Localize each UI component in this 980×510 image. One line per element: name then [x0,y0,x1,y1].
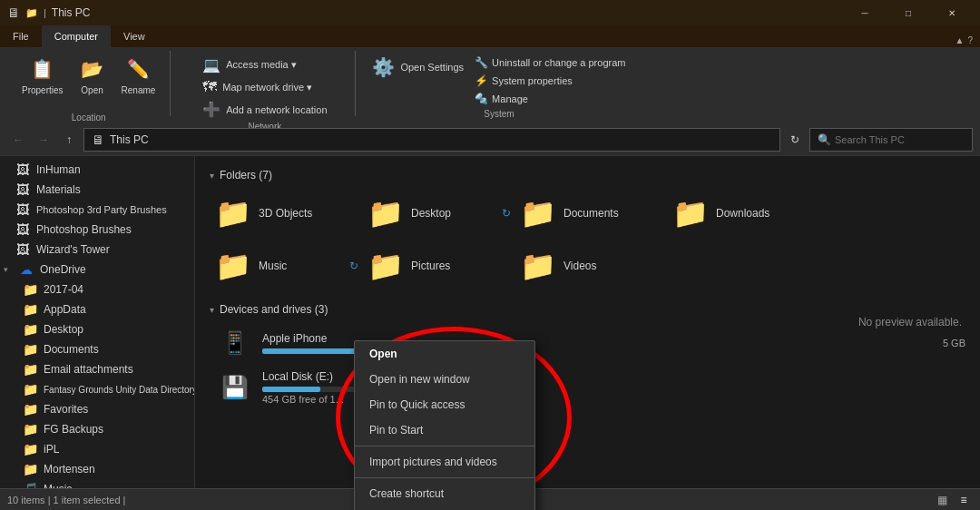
sidebar-item-ps3rdparty[interactable]: 🖼 Photoshop 3rd Party Brushes [0,200,194,220]
sidebar-item-favorites[interactable]: 📁 Favorites [0,399,194,419]
folder-documents[interactable]: ↻ 📁 Documents [514,191,660,236]
folder-videos[interactable]: 📁 Videos [514,243,660,289]
folders-chevron[interactable]: ▾ [210,171,214,181]
folder-icon-pictures: 📁 [368,249,404,283]
content-area: ▾ Folders (7) 📁 3D Objects 📁 Desktop ↻ 📁… [195,156,980,488]
ribbon-add-network-button[interactable]: ➕ Add a network location [199,99,330,120]
collapse-ribbon-icon[interactable]: ▲ [956,35,965,45]
up-button[interactable]: ↑ [58,129,80,151]
ctx-import-pictures[interactable]: Import pictures and videos [355,449,534,475]
tab-view[interactable]: View [111,25,158,47]
ribbon-map-network-button[interactable]: 🗺 Map network drive ▾ [199,77,316,97]
folder-downloads[interactable]: 📁 Downloads [667,191,812,236]
ctx-open[interactable]: Open [355,341,534,367]
sidebar-item-fgunity[interactable]: 📁 Fantasy Grounds Unity Data Directory [0,379,194,399]
sidebar-item-materials[interactable]: 🖼 Materials [0,180,194,200]
tab-file[interactable]: File [0,25,42,47]
ribbon-manage-button[interactable]: 🔩 Manage [471,91,629,107]
back-button[interactable]: ← [7,129,29,151]
ribbon-group-location: 📋 Properties 📂 Open ✏️ Rename Network Lo… [7,51,171,116]
sidebar-label: iPL [44,443,59,456]
help-icon[interactable]: ? [967,35,973,45]
map-network-icon: 🗺 [202,79,217,95]
folder-desktop[interactable]: 📁 Desktop [362,191,507,236]
ps3rdparty-icon: 🖼 [15,202,31,217]
folder-icon-3d: 📁 [215,196,251,230]
ctx-pin-quick-access[interactable]: Pin to Quick access [355,392,534,417]
device-apple-iphone[interactable]: 📱 Apple iPhone 5 GB [210,325,965,361]
title-bar: 🖥 📁 | This PC ─ □ ✕ [0,0,980,25]
device-local-disk-e[interactable]: 💾 Local Disk (E:) 454 GB free of 1... [210,365,965,410]
system-group-label: System [484,109,514,119]
close-button[interactable]: ✕ [931,0,973,25]
folder-3dobjects[interactable]: 📁 3D Objects [210,191,355,236]
sidebar-label: Wizard's Tower [36,243,110,256]
sidebar-item-appdata[interactable]: 📁 AppData [0,299,194,319]
sidebar-item-wizardstower[interactable]: 🖼 Wizard's Tower [0,240,194,260]
folder-icon-videos: 📁 [520,249,556,283]
folder-icon-docs: 📁 [520,196,556,230]
ribbon-group-network: 💻 Access media ▾ 🗺 Map network drive ▾ ➕… [174,51,356,116]
app-icon: 🖥 [7,5,20,20]
properties-icon: 📋 [28,54,57,83]
details-view-button[interactable]: ≡ [955,491,973,509]
ribbon-properties-button[interactable]: 📋 Properties [16,51,69,99]
sidebar-item-music[interactable]: 🎵 Music [0,479,194,488]
ribbon-uninstall-button[interactable]: 🔧 Uninstall or change a program [471,54,629,71]
access-media-icon: 💻 [202,56,220,74]
ribbon-access-media-button[interactable]: 💻 Access media ▾ [199,54,300,75]
add-network-icon: ➕ [202,101,220,118]
folder-icon: 📁 [22,362,38,377]
ribbon-group-system: ⚙️ Open Settings 🔧 Uninstall or change a… [359,51,638,116]
sidebar-label: Materials [36,183,81,196]
sidebar-item-email[interactable]: 📁 Email attachments [0,359,194,379]
sidebar-label: Mortensen [44,463,95,476]
uninstall-icon: 🔧 [475,56,488,69]
folder-pictures[interactable]: ↻ 📁 Pictures [362,243,507,289]
sidebar-item-psbrushes[interactable]: 🖼 Photoshop Brushes [0,220,194,240]
ribbon-location-items: 📋 Properties 📂 Open ✏️ Rename [16,51,161,99]
search-icon: 🔍 [818,133,831,146]
sidebar-item-desktop[interactable]: 📁 Desktop [0,319,194,339]
title-bar-controls: ─ □ ✕ [844,0,973,25]
ribbon-network-items: 💻 Access media ▾ 🗺 Map network drive ▾ ➕… [199,51,330,120]
rename-icon: ✏️ [123,54,152,83]
folder-music[interactable]: 📁 Music [210,243,355,289]
ribbon-system-items: ⚙️ Open Settings 🔧 Uninstall or change a… [368,51,629,107]
large-icons-view-button[interactable]: ▦ [933,491,951,509]
sidebar-label: Music [44,483,72,488]
refresh-button[interactable]: ↻ [784,129,806,151]
minimize-button[interactable]: ─ [844,0,886,25]
ribbon-open-button[interactable]: 📂 Open [73,51,113,99]
sidebar-item-inhuman[interactable]: 🖼 InHuman [0,160,194,180]
devices-chevron[interactable]: ▾ [210,305,214,315]
loading-icon: ↻ [502,207,511,220]
ribbon-open-settings-button[interactable]: ⚙️ Open Settings [368,54,467,80]
ctx-open-new-window[interactable]: Open in new window [355,367,534,392]
ribbon-rename-button[interactable]: ✏️ Rename [116,51,162,99]
onedrive-icon: ☁ [18,262,34,277]
sidebar-item-fgbackups[interactable]: 📁 FG Backups [0,419,194,439]
address-path[interactable]: 🖥 This PC [83,128,780,152]
sidebar-item-2017[interactable]: 📁 2017-04 [0,280,194,299]
folder-icon: 📁 [22,442,38,456]
sidebar-item-documents[interactable]: 📁 Documents [0,339,194,359]
sidebar-item-mortensen[interactable]: 📁 Mortensen [0,459,194,479]
sidebar-item-onedrive[interactable]: ▾ ☁ OneDrive [0,260,194,280]
ribbon-system-props-button[interactable]: ⚡ System properties [471,73,629,89]
ctx-pin-start[interactable]: Pin to Start [355,417,534,443]
search-input[interactable] [835,134,962,145]
path-icon: 🖥 [92,132,104,147]
ctx-properties[interactable]: Properties [355,506,534,510]
title-bar-left: 🖥 📁 | This PC [7,5,91,20]
maximize-button[interactable]: □ [887,0,929,25]
status-text: 10 items | 1 item selected | [7,495,125,505]
search-box[interactable]: 🔍 [809,128,973,152]
folder-icon-desktop: 📁 [368,196,404,230]
settings-icon: ⚙️ [372,56,395,78]
tab-computer[interactable]: Computer [42,25,111,47]
sidebar-item-ipl[interactable]: 📁 iPL [0,439,194,459]
ctx-create-shortcut[interactable]: Create shortcut [355,481,534,506]
forward-button[interactable]: → [33,129,54,151]
folder-icon: 📁 [22,302,38,317]
